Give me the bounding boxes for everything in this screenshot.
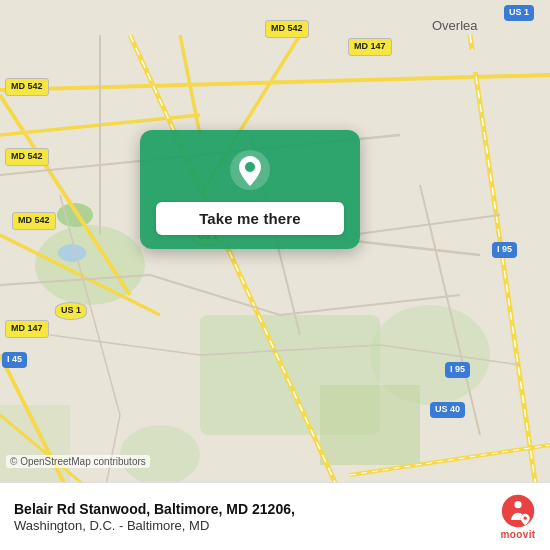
address-text: Belair Rd Stanwood, Baltimore, MD 21206, [14,500,490,518]
app: Overlea MD 542 MD 147 MD 542 MD 542 MD 5… [0,0,550,550]
svg-point-44 [524,517,527,520]
map-container[interactable]: Overlea MD 542 MD 147 MD 542 MD 542 MD 5… [0,0,550,550]
badge-md542-left1: MD 542 [5,78,49,96]
location-pin-icon [228,148,272,192]
moovit-label: moovit [500,529,535,540]
svg-point-42 [514,501,521,508]
badge-us1-top: US 1 [504,5,534,21]
bottom-info: Belair Rd Stanwood, Baltimore, MD 21206,… [14,500,490,533]
badge-md542-left2: MD 542 [5,148,49,166]
badge-md542-left3: MD 542 [12,212,56,230]
overlea-label: Overlea [432,18,478,33]
badge-us40: US 40 [430,402,465,418]
attribution-text: © OpenStreetMap contributors [6,455,150,468]
take-me-there-button[interactable]: Take me there [156,202,344,235]
svg-rect-5 [320,385,420,465]
city-text: Washington, D.C. - Baltimore, MD [14,518,490,533]
badge-i95-right: I 95 [492,242,517,258]
badge-md147-top: MD 147 [348,38,392,56]
badge-us1-bottom: US 1 [55,302,87,320]
badge-i45: I 45 [2,352,27,368]
svg-point-41 [502,495,534,527]
moovit-logo: moovit [500,493,536,540]
badge-md542-top: MD 542 [265,20,309,38]
badge-i95-bottom: I 95 [445,362,470,378]
svg-rect-38 [420,50,510,72]
svg-point-8 [58,244,86,262]
bottom-bar: Belair Rd Stanwood, Baltimore, MD 21206,… [0,482,550,550]
moovit-icon [500,493,536,529]
svg-point-40 [245,162,255,172]
badge-md147-bottom: MD 147 [5,320,49,338]
popup-card: Take me there [140,130,360,249]
